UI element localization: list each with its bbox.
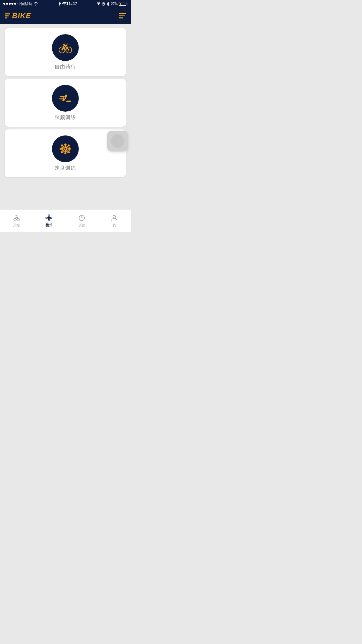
bicycle-icon: [58, 40, 73, 55]
history-tab-label: 历史: [78, 223, 85, 228]
menu-bar-1: [119, 13, 126, 14]
svg-point-60: [46, 217, 48, 219]
status-time: 下午11:47: [58, 1, 77, 7]
start-tab-icon: [12, 214, 20, 222]
history-tab-icon: [78, 214, 86, 222]
status-left: 中国移动: [3, 1, 38, 6]
cadence-training-card[interactable]: 踏频训练: [5, 79, 126, 127]
free-ride-icon-circle: [52, 34, 79, 61]
signal-dots: [3, 3, 16, 5]
cadence-label: 踏频训练: [55, 114, 76, 121]
svg-point-61: [51, 217, 52, 219]
app-header: BIKE: [0, 7, 131, 24]
start-tab-label: 开始: [13, 223, 20, 228]
status-bar: 中国移动 下午11:47 27%: [0, 0, 131, 7]
bluetooth-icon: [107, 2, 110, 6]
tab-start[interactable]: 开始: [0, 211, 33, 230]
profile-tab-icon: [110, 214, 118, 222]
svg-point-69: [113, 215, 116, 218]
speed-label: 速度训练: [55, 165, 76, 171]
svg-point-40: [65, 148, 66, 150]
tab-bar: 开始 模式 历史 我: [0, 209, 131, 232]
location-icon: [97, 2, 100, 6]
mode-tab-label: 模式: [46, 223, 52, 228]
free-ride-card[interactable]: 自由骑行: [5, 28, 126, 76]
free-ride-label: 自由骑行: [55, 64, 76, 70]
menu-bar-3: [119, 17, 123, 18]
alarm-icon: [102, 2, 105, 6]
status-right: 27%: [97, 2, 127, 6]
svg-line-45: [63, 147, 64, 148]
logo-text: BIKE: [12, 11, 31, 20]
float-btn-inner: [111, 134, 124, 148]
svg-line-20: [64, 49, 64, 50]
float-action-button[interactable]: [107, 131, 128, 152]
svg-point-59: [48, 220, 50, 221]
svg-point-28: [64, 97, 65, 99]
tab-history[interactable]: 历史: [65, 211, 98, 230]
carrier-label: 中国移动: [17, 1, 32, 6]
main-content: 自由骑行 踏频训练: [0, 24, 131, 181]
cadence-icon-circle: [52, 85, 79, 112]
profile-tab-label: 我: [113, 223, 116, 228]
menu-button[interactable]: [119, 13, 126, 18]
gear-chain-icon: [58, 141, 73, 157]
svg-line-48: [63, 150, 64, 151]
menu-bar-2: [119, 15, 125, 16]
app-logo: BIKE: [5, 11, 31, 20]
wifi-icon: [34, 2, 38, 6]
pedal-icon: [58, 91, 73, 106]
svg-point-58: [48, 215, 50, 217]
svg-rect-26: [66, 101, 71, 102]
tab-mode[interactable]: 模式: [33, 211, 66, 230]
logo-lines-icon: [5, 13, 10, 18]
tab-profile[interactable]: 我: [98, 211, 131, 230]
mode-tab-icon: [45, 214, 53, 222]
svg-line-46: [67, 150, 68, 151]
svg-line-47: [67, 147, 68, 148]
svg-point-57: [48, 217, 50, 219]
battery-icon: [119, 2, 127, 6]
speed-icon-circle: [52, 135, 79, 162]
battery-percent: 27%: [111, 2, 118, 6]
